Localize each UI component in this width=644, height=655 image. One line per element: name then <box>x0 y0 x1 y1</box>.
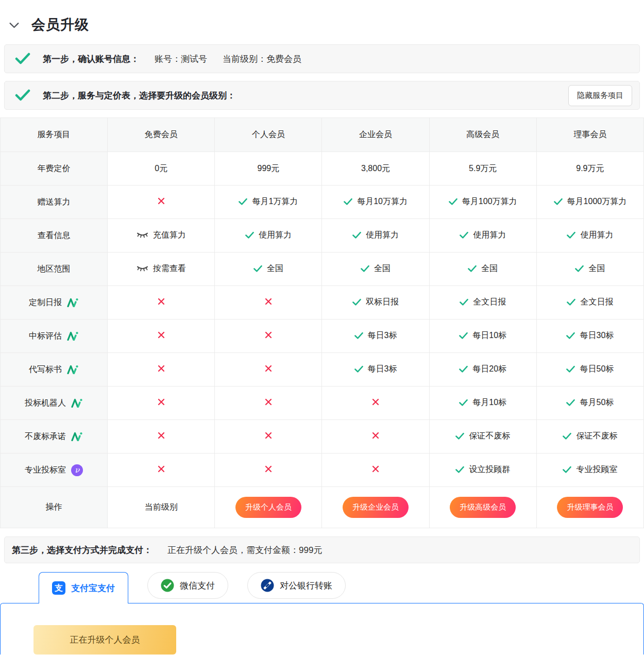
payment-tab-bank[interactable]: 对公银行转账 <box>247 572 346 599</box>
table-cell <box>108 353 215 387</box>
check-icon <box>563 432 571 440</box>
step3-bar: 第三步，选择支付方式并完成支付： 正在升级个人会员，需支付金额：999元 <box>4 536 640 563</box>
check-icon <box>361 265 369 273</box>
table-row: 中标评估每日3标每日10标每日30标 <box>1 320 644 353</box>
table-cell: 每日20标 <box>429 353 536 387</box>
cell-text: 每日3标 <box>368 364 397 375</box>
cell-text: 每月10标 <box>472 397 506 408</box>
cell-text: 全国 <box>481 263 498 274</box>
cross-icon <box>264 431 273 440</box>
upgrade-button[interactable]: 升级个人会员 <box>235 497 301 518</box>
check-icon <box>239 198 247 206</box>
cell-text: 每月50标 <box>580 397 614 408</box>
check-icon <box>352 231 361 239</box>
table-cell: 每日3标 <box>322 320 429 353</box>
ai-icon <box>71 398 83 408</box>
page-title: 会员升级 <box>31 15 89 34</box>
check-icon <box>455 432 464 440</box>
upgrade-button[interactable]: 升级高级会员 <box>450 497 516 518</box>
step1-box: 第一步，确认账号信息： 账号：测试号 当前级别：免费会员 <box>4 44 640 73</box>
table-row: 操作当前级别升级个人会员升级企业会员升级高级会员升级理事会员 <box>1 487 644 528</box>
cross-icon <box>264 331 273 339</box>
payment-tab-alipay[interactable]: 支支付宝支付 <box>39 572 128 603</box>
cell-text: 充值算力 <box>153 230 186 241</box>
cell-text: 全国 <box>374 263 391 274</box>
bank-icon <box>261 579 274 592</box>
table-cell: 全国 <box>429 253 536 286</box>
page-header: 会员升级 <box>0 0 644 44</box>
check-icon <box>253 265 262 273</box>
row-label: 赠送算力 <box>1 186 108 219</box>
wechat-icon <box>161 579 174 592</box>
row-label: 操作 <box>1 487 108 528</box>
table-cell: 按需查看 <box>108 253 215 286</box>
table-cell: 使用算力 <box>215 219 322 253</box>
table-cell: 保证不废标 <box>536 420 643 454</box>
table-cell <box>322 387 429 420</box>
table-cell: 每月1000万算力 <box>536 186 643 219</box>
check-icon <box>563 466 571 474</box>
table-row: 定制日报双标日报全文日报全文日报 <box>1 286 644 320</box>
column-header: 服务项目 <box>1 118 108 152</box>
table-cell: 全文日报 <box>429 286 536 320</box>
table-cell: 全国 <box>322 253 429 286</box>
v-room-icon: ν <box>71 464 83 476</box>
table-cell: 全文日报 <box>536 286 643 320</box>
check-icon <box>352 298 361 306</box>
table-row: 年费定价0元999元3,800元5.9万元9.9万元 <box>1 152 644 186</box>
current-level-value: 免费会员 <box>266 54 301 64</box>
row-label: 投标机器人 <box>1 387 108 420</box>
step1-label: 第一步，确认账号信息： <box>43 53 139 65</box>
check-icon <box>566 332 575 340</box>
cell-text: 双标日报 <box>366 297 399 308</box>
cell-text: 当前级别 <box>145 502 178 511</box>
cell-text: 3,800元 <box>361 164 390 173</box>
current-level-info: 当前级别：免费会员 <box>223 53 301 65</box>
table-cell <box>215 353 322 387</box>
check-icon <box>567 231 575 239</box>
row-label: 查看信息 <box>1 219 108 253</box>
row-label-text: 操作 <box>46 502 62 513</box>
cell-text: 每月10万算力 <box>357 196 408 207</box>
payment-tab-label: 微信支付 <box>180 580 215 592</box>
table-row: 地区范围按需查看全国全国全国全国 <box>1 253 644 286</box>
table-cell: 每月1万算力 <box>215 186 322 219</box>
row-label-text: 中标评估 <box>29 331 62 342</box>
table-cell: 设立投顾群 <box>429 454 536 487</box>
row-label: 地区范围 <box>1 253 108 286</box>
check-icon <box>554 198 563 206</box>
column-header: 高级会员 <box>429 118 536 152</box>
payment-tab-wechat[interactable]: 微信支付 <box>147 572 228 599</box>
row-label-text: 定制日报 <box>29 297 62 308</box>
table-row: 代写标书每日3标每日20标每日50标 <box>1 353 644 387</box>
row-label: 不废标承诺 <box>1 420 108 454</box>
cross-icon <box>157 197 165 205</box>
chevron-down-icon[interactable] <box>7 18 21 32</box>
table-cell: 使用算力 <box>536 219 643 253</box>
ai-icon <box>67 298 79 307</box>
table-cell: 9.9万元 <box>536 152 643 186</box>
pricing-table: 服务项目免费会员个人会员企业会员高级会员理事会员 年费定价0元999元3,800… <box>0 117 644 528</box>
step2-box: 第二步，服务与定价表，选择要升级的会员级别： 隐藏服务项目 <box>4 81 640 110</box>
table-cell <box>108 454 215 487</box>
row-label: 专业投标室ν <box>1 454 108 487</box>
table-row: 查看信息充值算力使用算力使用算力使用算力使用算力 <box>1 219 644 253</box>
cell-text: 每日10标 <box>472 330 506 341</box>
cell-text: 使用算力 <box>473 230 506 241</box>
table-cell: 使用算力 <box>322 219 429 253</box>
upgrade-button[interactable]: 升级企业会员 <box>343 497 409 518</box>
hide-services-button[interactable]: 隐藏服务项目 <box>568 85 632 106</box>
row-label-text: 地区范围 <box>38 264 71 275</box>
eye-closed-icon <box>137 231 148 239</box>
check-icon <box>15 53 30 65</box>
payment-tab-label: 支付宝支付 <box>71 582 115 594</box>
cross-icon <box>157 297 165 306</box>
table-cell: 每月10标 <box>429 387 536 420</box>
table-cell: 全国 <box>215 253 322 286</box>
upgrade-button[interactable]: 升级理事会员 <box>557 497 623 518</box>
cell-text: 全文日报 <box>473 297 506 308</box>
account-label: 账号： <box>155 54 181 64</box>
check-icon <box>15 89 30 102</box>
table-cell: 5.9万元 <box>429 152 536 186</box>
table-row: 专业投标室ν设立投顾群专业投顾室 <box>1 454 644 487</box>
